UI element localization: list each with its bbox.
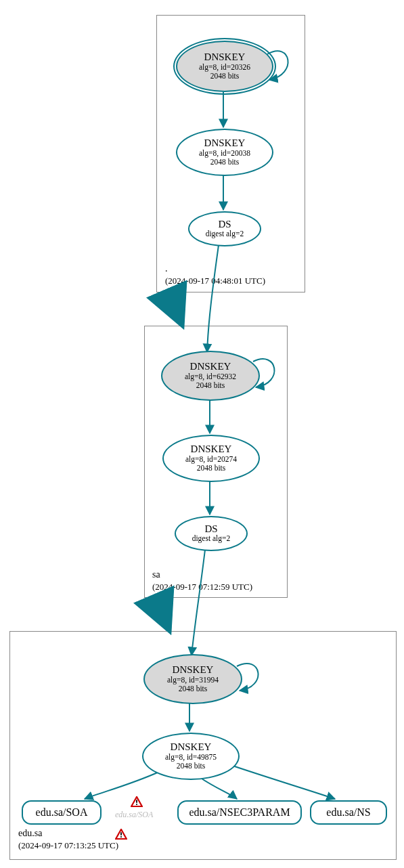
node-edu-soa-label: edu.sa/SOA bbox=[36, 806, 88, 819]
svg-rect-6 bbox=[136, 804, 137, 805]
warning-icon bbox=[115, 829, 127, 840]
node-edu-ksk-bits: 2048 bits bbox=[179, 685, 208, 693]
svg-rect-5 bbox=[136, 800, 137, 802]
node-sa-zsk-title: DNSKEY bbox=[191, 444, 232, 455]
node-root-ksk: DNSKEY alg=8, id=20326 2048 bits bbox=[176, 41, 273, 92]
zone-sa-ts: (2024-09-17 07:12:59 UTC) bbox=[152, 582, 252, 592]
zone-root-name: . bbox=[165, 263, 168, 274]
warning-icon bbox=[131, 796, 143, 807]
node-edu-ns: edu.sa/NS bbox=[310, 800, 387, 825]
node-edu-zsk-bits: 2048 bits bbox=[177, 762, 206, 771]
zone-sa-label: sa (2024-09-17 07:12:59 UTC) bbox=[152, 569, 252, 593]
zone-root-ts: (2024-09-17 04:48:01 UTC) bbox=[165, 276, 265, 286]
node-edu-nsec3-label: edu.sa/NSEC3PARAM bbox=[189, 806, 290, 819]
node-sa-zsk-bits: 2048 bits bbox=[197, 464, 226, 473]
node-root-zsk-bits: 2048 bits bbox=[210, 158, 240, 167]
zone-edu-ts: (2024-09-17 07:13:25 UTC) bbox=[18, 840, 118, 850]
zone-sa-name: sa bbox=[152, 569, 160, 580]
node-edu-zsk-title: DNSKEY bbox=[171, 742, 212, 753]
node-root-zsk: DNSKEY alg=8, id=20038 2048 bits bbox=[176, 129, 273, 176]
node-sa-ksk-bits: 2048 bits bbox=[196, 381, 225, 390]
node-sa-zsk-sub: alg=8, id=20274 bbox=[185, 455, 237, 464]
svg-rect-7 bbox=[120, 832, 122, 835]
node-edu-ksk-sub: alg=8, id=31994 bbox=[167, 676, 219, 685]
node-root-ds: DS digest alg=2 bbox=[188, 211, 261, 246]
node-sa-ksk: DNSKEY alg=8, id=62932 2048 bits bbox=[161, 351, 260, 401]
node-root-ds-title: DS bbox=[218, 219, 231, 230]
node-edu-ksk-title: DNSKEY bbox=[173, 665, 214, 676]
node-root-zsk-sub: alg=8, id=20038 bbox=[199, 149, 250, 158]
svg-rect-8 bbox=[120, 836, 122, 838]
node-edu-soa: edu.sa/SOA bbox=[22, 800, 102, 825]
node-sa-ds-title: DS bbox=[204, 524, 217, 535]
zone-root-label: . (2024-09-17 04:48:01 UTC) bbox=[165, 263, 265, 287]
node-edu-ns-label: edu.sa/NS bbox=[326, 806, 370, 819]
node-sa-ksk-title: DNSKEY bbox=[190, 362, 231, 372]
node-edu-zsk: DNSKEY alg=8, id=49875 2048 bits bbox=[142, 733, 240, 780]
zone-edu-name: edu.sa bbox=[18, 828, 42, 838]
node-root-ksk-bits: 2048 bits bbox=[210, 72, 240, 81]
node-root-ksk-sub: alg=8, id=20326 bbox=[199, 63, 250, 72]
node-edu-soa-ghost: edu.sa/SOA bbox=[115, 810, 153, 820]
node-sa-ds-sub: digest alg=2 bbox=[192, 534, 231, 543]
node-root-ksk-title: DNSKEY bbox=[204, 52, 246, 63]
node-sa-ksk-sub: alg=8, id=62932 bbox=[185, 372, 236, 381]
zone-edu-label: edu.sa (2024-09-17 07:13:25 UTC) bbox=[18, 827, 118, 852]
node-edu-zsk-sub: alg=8, id=49875 bbox=[165, 753, 217, 762]
node-sa-ds: DS digest alg=2 bbox=[175, 516, 248, 551]
node-root-ds-sub: digest alg=2 bbox=[206, 230, 244, 238]
node-root-zsk-title: DNSKEY bbox=[204, 138, 246, 149]
node-edu-nsec3: edu.sa/NSEC3PARAM bbox=[177, 800, 302, 825]
node-sa-zsk: DNSKEY alg=8, id=20274 2048 bits bbox=[162, 435, 260, 482]
node-edu-ksk: DNSKEY alg=8, id=31994 2048 bits bbox=[143, 654, 242, 704]
